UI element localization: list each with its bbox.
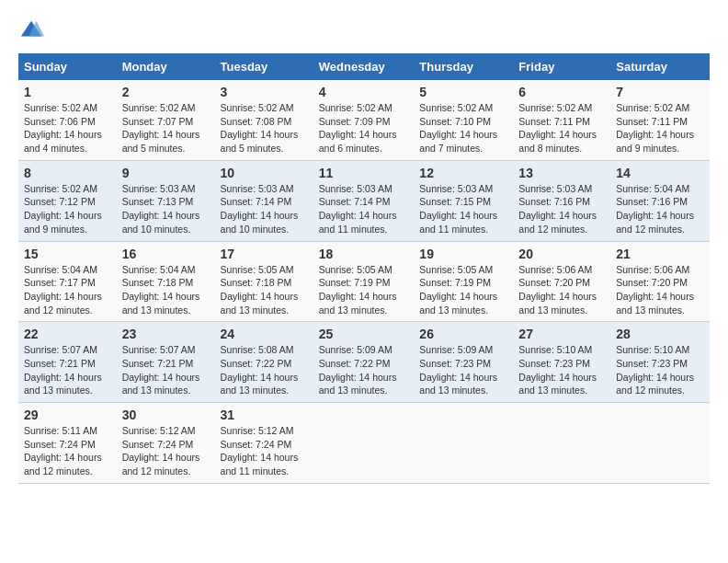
day-number: 22 — [24, 327, 111, 341]
day-number: 25 — [319, 327, 409, 341]
calendar-cell: 6 Sunrise: 5:02 AMSunset: 7:11 PMDayligh… — [513, 80, 610, 160]
calendar-cell — [513, 403, 610, 484]
day-info: Sunrise: 5:08 AMSunset: 7:22 PMDaylight:… — [221, 344, 299, 396]
day-info: Sunrise: 5:03 AMSunset: 7:15 PMDaylight:… — [419, 183, 497, 235]
calendar-cell: 30 Sunrise: 5:12 AMSunset: 7:24 PMDaylig… — [117, 403, 215, 484]
day-info: Sunrise: 5:02 AMSunset: 7:11 PMDaylight:… — [518, 102, 597, 154]
page-header — [18, 18, 710, 44]
day-info: Sunrise: 5:03 AMSunset: 7:14 PMDaylight:… — [319, 183, 397, 235]
calendar-cell: 26 Sunrise: 5:09 AMSunset: 7:23 PMDaylig… — [414, 322, 513, 403]
day-number: 17 — [221, 247, 308, 261]
day-info: Sunrise: 5:02 AMSunset: 7:08 PMDaylight:… — [221, 102, 299, 154]
calendar-cell: 13 Sunrise: 5:03 AMSunset: 7:16 PMDaylig… — [513, 160, 610, 241]
day-info: Sunrise: 5:02 AMSunset: 7:10 PMDaylight:… — [419, 102, 497, 154]
calendar-cell: 14 Sunrise: 5:04 AMSunset: 7:16 PMDaylig… — [610, 160, 710, 241]
header-cell-wednesday: Wednesday — [313, 53, 415, 80]
calendar-cell: 2 Sunrise: 5:02 AMSunset: 7:07 PMDayligh… — [117, 80, 215, 160]
calendar-cell: 20 Sunrise: 5:06 AMSunset: 7:20 PMDaylig… — [513, 241, 610, 322]
calendar-cell: 23 Sunrise: 5:07 AMSunset: 7:21 PMDaylig… — [117, 322, 215, 403]
day-info: Sunrise: 5:12 AMSunset: 7:24 PMDaylight:… — [221, 425, 299, 477]
week-row-1: 1 Sunrise: 5:02 AMSunset: 7:06 PMDayligh… — [18, 80, 710, 160]
day-number: 10 — [221, 166, 308, 180]
calendar-cell: 18 Sunrise: 5:05 AMSunset: 7:19 PMDaylig… — [313, 241, 415, 322]
day-number: 6 — [518, 85, 605, 99]
calendar-cell: 10 Sunrise: 5:03 AMSunset: 7:14 PMDaylig… — [215, 160, 313, 241]
day-info: Sunrise: 5:07 AMSunset: 7:21 PMDaylight:… — [24, 344, 102, 396]
calendar-cell: 12 Sunrise: 5:03 AMSunset: 7:15 PMDaylig… — [414, 160, 513, 241]
day-number: 11 — [319, 166, 409, 180]
header-cell-thursday: Thursday — [414, 53, 513, 80]
calendar-body: 1 Sunrise: 5:02 AMSunset: 7:06 PMDayligh… — [18, 80, 710, 483]
day-number: 19 — [419, 247, 507, 261]
day-info: Sunrise: 5:11 AMSunset: 7:24 PMDaylight:… — [24, 425, 102, 477]
day-info: Sunrise: 5:02 AMSunset: 7:12 PMDaylight:… — [24, 183, 102, 235]
day-info: Sunrise: 5:05 AMSunset: 7:19 PMDaylight:… — [419, 264, 497, 316]
calendar-cell — [313, 403, 415, 484]
day-number: 14 — [616, 166, 704, 180]
calendar-cell: 7 Sunrise: 5:02 AMSunset: 7:11 PMDayligh… — [610, 80, 710, 160]
calendar-cell: 4 Sunrise: 5:02 AMSunset: 7:09 PMDayligh… — [313, 80, 415, 160]
day-info: Sunrise: 5:02 AMSunset: 7:06 PMDaylight:… — [24, 102, 102, 154]
header-cell-tuesday: Tuesday — [215, 53, 313, 80]
day-info: Sunrise: 5:06 AMSunset: 7:20 PMDaylight:… — [616, 264, 694, 316]
day-info: Sunrise: 5:02 AMSunset: 7:09 PMDaylight:… — [319, 102, 397, 154]
calendar-cell: 17 Sunrise: 5:05 AMSunset: 7:18 PMDaylig… — [215, 241, 313, 322]
week-row-5: 29 Sunrise: 5:11 AMSunset: 7:24 PMDaylig… — [18, 403, 710, 484]
logo-icon — [18, 18, 44, 44]
calendar-cell — [414, 403, 513, 484]
day-number: 1 — [24, 85, 111, 99]
calendar-cell: 3 Sunrise: 5:02 AMSunset: 7:08 PMDayligh… — [215, 80, 313, 160]
day-number: 16 — [122, 247, 210, 261]
day-number: 8 — [24, 166, 111, 180]
day-info: Sunrise: 5:05 AMSunset: 7:19 PMDaylight:… — [319, 264, 397, 316]
week-row-3: 15 Sunrise: 5:04 AMSunset: 7:17 PMDaylig… — [18, 241, 710, 322]
calendar-cell: 19 Sunrise: 5:05 AMSunset: 7:19 PMDaylig… — [414, 241, 513, 322]
day-number: 23 — [122, 327, 210, 341]
day-number: 26 — [419, 327, 507, 341]
day-number: 4 — [319, 85, 409, 99]
day-number: 29 — [24, 408, 111, 422]
day-info: Sunrise: 5:03 AMSunset: 7:16 PMDaylight:… — [518, 183, 597, 235]
day-info: Sunrise: 5:10 AMSunset: 7:23 PMDaylight:… — [616, 344, 694, 396]
day-number: 15 — [24, 247, 111, 261]
header-cell-saturday: Saturday — [610, 53, 710, 80]
calendar-cell: 29 Sunrise: 5:11 AMSunset: 7:24 PMDaylig… — [18, 403, 117, 484]
day-info: Sunrise: 5:04 AMSunset: 7:17 PMDaylight:… — [24, 264, 102, 316]
logo — [18, 18, 48, 44]
day-info: Sunrise: 5:06 AMSunset: 7:20 PMDaylight:… — [518, 264, 597, 316]
day-info: Sunrise: 5:03 AMSunset: 7:14 PMDaylight:… — [221, 183, 299, 235]
day-info: Sunrise: 5:12 AMSunset: 7:24 PMDaylight:… — [122, 425, 200, 477]
day-number: 31 — [221, 408, 308, 422]
calendar-cell — [610, 403, 710, 484]
calendar-cell: 27 Sunrise: 5:10 AMSunset: 7:23 PMDaylig… — [513, 322, 610, 403]
week-row-4: 22 Sunrise: 5:07 AMSunset: 7:21 PMDaylig… — [18, 322, 710, 403]
day-info: Sunrise: 5:02 AMSunset: 7:11 PMDaylight:… — [616, 102, 694, 154]
calendar-cell: 28 Sunrise: 5:10 AMSunset: 7:23 PMDaylig… — [610, 322, 710, 403]
calendar-cell: 22 Sunrise: 5:07 AMSunset: 7:21 PMDaylig… — [18, 322, 117, 403]
day-number: 30 — [122, 408, 210, 422]
day-info: Sunrise: 5:04 AMSunset: 7:16 PMDaylight:… — [616, 183, 694, 235]
day-info: Sunrise: 5:02 AMSunset: 7:07 PMDaylight:… — [122, 102, 200, 154]
calendar-cell: 31 Sunrise: 5:12 AMSunset: 7:24 PMDaylig… — [215, 403, 313, 484]
day-info: Sunrise: 5:05 AMSunset: 7:18 PMDaylight:… — [221, 264, 299, 316]
day-number: 12 — [419, 166, 507, 180]
header-row: SundayMondayTuesdayWednesdayThursdayFrid… — [18, 53, 710, 80]
calendar-cell: 8 Sunrise: 5:02 AMSunset: 7:12 PMDayligh… — [18, 160, 117, 241]
day-number: 9 — [122, 166, 210, 180]
calendar-cell: 9 Sunrise: 5:03 AMSunset: 7:13 PMDayligh… — [117, 160, 215, 241]
day-number: 18 — [319, 247, 409, 261]
day-info: Sunrise: 5:09 AMSunset: 7:22 PMDaylight:… — [319, 344, 397, 396]
calendar-cell: 25 Sunrise: 5:09 AMSunset: 7:22 PMDaylig… — [313, 322, 415, 403]
day-number: 5 — [419, 85, 507, 99]
day-number: 21 — [616, 247, 704, 261]
day-info: Sunrise: 5:10 AMSunset: 7:23 PMDaylight:… — [518, 344, 597, 396]
day-number: 13 — [518, 166, 605, 180]
calendar-cell: 16 Sunrise: 5:04 AMSunset: 7:18 PMDaylig… — [117, 241, 215, 322]
day-number: 27 — [518, 327, 605, 341]
day-number: 24 — [221, 327, 308, 341]
calendar-cell: 1 Sunrise: 5:02 AMSunset: 7:06 PMDayligh… — [18, 80, 117, 160]
calendar-cell: 15 Sunrise: 5:04 AMSunset: 7:17 PMDaylig… — [18, 241, 117, 322]
day-number: 7 — [616, 85, 704, 99]
day-info: Sunrise: 5:07 AMSunset: 7:21 PMDaylight:… — [122, 344, 200, 396]
day-number: 20 — [518, 247, 605, 261]
